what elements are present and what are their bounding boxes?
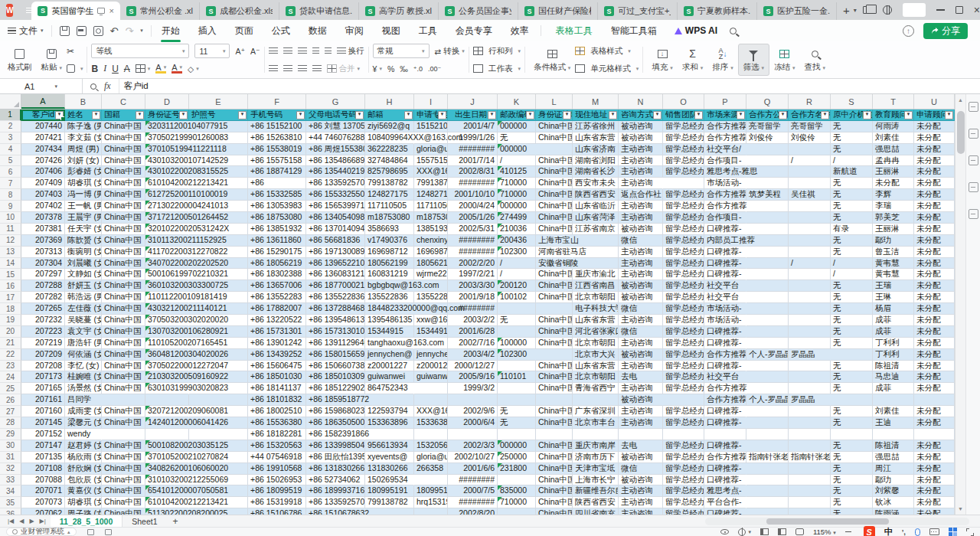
justify-icon[interactable] — [312, 65, 322, 72]
cell[interactable]: 207313 — [21, 247, 65, 258]
header-cell[interactable]: 客户id▼ — [21, 109, 65, 121]
cell[interactable]: ######## — [448, 247, 498, 258]
cell[interactable]: +86 1354402198 — [306, 166, 365, 178]
cell[interactable]: 无 — [831, 178, 873, 189]
cell[interactable]: 无 — [831, 338, 873, 349]
cell[interactable]: / — [831, 155, 873, 167]
cell[interactable] — [448, 394, 498, 406]
cell[interactable] — [746, 178, 789, 189]
cell[interactable]: 710000 — [498, 189, 536, 201]
cell[interactable]: xyevents@ — [365, 452, 414, 463]
cell[interactable]: hrq153199 — [414, 497, 448, 508]
magnifier-icon[interactable] — [90, 83, 96, 90]
cell[interactable] — [746, 303, 789, 315]
cell[interactable]: +86 15536380 — [248, 417, 306, 429]
cell[interactable]: 李忆 (女) — [65, 361, 102, 372]
cell[interactable]: 135522836 — [414, 292, 448, 303]
column-header-N[interactable]: N — [619, 94, 663, 109]
cell[interactable] — [619, 429, 663, 440]
cell[interactable]: China中国 — [536, 406, 573, 417]
filter-dropdown-icon[interactable]: ▼ — [136, 111, 144, 119]
cell[interactable]: China中国 — [102, 440, 145, 452]
cell[interactable]: 刘俊伶 — [789, 132, 831, 144]
cell[interactable] — [873, 394, 914, 406]
cell[interactable]: 430102200208315525 — [145, 166, 189, 178]
cell[interactable]: +86 1372884680 — [306, 303, 365, 315]
cell[interactable] — [498, 394, 536, 406]
strikethrough-button[interactable]: A — [124, 64, 130, 74]
cell[interactable]: China中国 — [102, 178, 145, 189]
cell[interactable]: 207223 — [21, 326, 65, 338]
cell[interactable] — [365, 508, 414, 515]
cell[interactable]: 无 — [498, 315, 536, 326]
cell[interactable]: +86 13657006 — [248, 280, 306, 292]
menu-item-页面[interactable]: 页面 — [234, 21, 254, 41]
cell[interactable]: China中国 — [102, 258, 145, 270]
cell[interactable]: +86 1573130101 — [306, 326, 365, 338]
header-cell[interactable]: 手机号码▼ — [248, 109, 306, 121]
cell[interactable]: China中国 — [102, 189, 145, 201]
column-header-F[interactable]: F — [248, 94, 306, 109]
cell[interactable] — [746, 280, 789, 292]
cell[interactable]: 未分配 — [914, 292, 955, 303]
cell[interactable]: +86 15538019 — [248, 144, 306, 155]
cell[interactable]: 710000 — [498, 497, 536, 508]
cell[interactable]: 2002/8/31 — [448, 166, 498, 178]
sogou-ime-icon[interactable]: S — [864, 526, 875, 536]
cell[interactable]: 207381 — [21, 224, 65, 235]
cell[interactable]: 210303200509160922 — [145, 371, 189, 383]
cell[interactable]: ######## — [448, 178, 498, 189]
cell[interactable]: 未分配 — [914, 452, 955, 463]
cell[interactable] — [746, 224, 789, 235]
cell[interactable]: 124827175 — [365, 189, 414, 201]
cell[interactable]: chenxinyur — [414, 235, 448, 247]
cell[interactable]: +86 1360831219 — [306, 269, 365, 280]
close-tab-icon[interactable]: × — [109, 6, 113, 15]
row-header-3[interactable]: 3 — [0, 132, 21, 144]
cell[interactable]: +44 7460762888 — [306, 132, 365, 144]
cell[interactable]: 000000 — [498, 144, 536, 155]
cell[interactable]: 无 — [498, 417, 536, 429]
cell[interactable]: 无 — [831, 235, 873, 247]
cell[interactable]: 指南针张老师 — [789, 452, 831, 463]
menu-item-插入[interactable]: 插入 — [198, 21, 217, 41]
cell[interactable]: 210036 — [498, 224, 536, 235]
cell[interactable]: 207073 — [21, 497, 65, 508]
file-menu[interactable]: 文件▾ — [8, 25, 44, 38]
cell[interactable]: 留学总经办 — [663, 361, 704, 372]
eye-icon[interactable] — [720, 529, 729, 534]
filter-dropdown-icon[interactable]: ▼ — [404, 111, 413, 119]
cell[interactable]: 上海市宝山 — [536, 235, 573, 247]
highlight-color-button[interactable]: A▾ — [155, 64, 166, 74]
ime-punctuation-icon[interactable]: ’, — [902, 528, 906, 536]
cell[interactable]: +86 刘慧 1370526 — [306, 121, 365, 132]
cell[interactable]: 无 — [831, 383, 873, 394]
share-button[interactable]: 分享 — [923, 23, 968, 39]
cell[interactable]: 200120 — [498, 280, 536, 292]
last-sheet-icon[interactable]: ▶| — [40, 518, 46, 525]
cell[interactable] — [536, 429, 573, 440]
cell[interactable]: 2001/9/18 — [448, 292, 498, 303]
cell[interactable]: 207403 — [21, 189, 65, 201]
column-header-H[interactable]: H — [365, 94, 414, 109]
cell[interactable]: +86 15026953 — [248, 475, 306, 486]
cell[interactable]: z20001227 — [414, 361, 448, 372]
cell[interactable]: 山东省东营 — [573, 361, 619, 372]
cell[interactable]: 周煜 (男) — [65, 144, 102, 155]
thousands-button[interactable]: ‰ — [400, 64, 408, 74]
cell[interactable]: 合作方推荐 — [704, 349, 746, 361]
cell[interactable]: 2002/8/20 — [448, 508, 498, 515]
cell[interactable] — [746, 440, 789, 452]
cell[interactable]: 桂婉唯 (女 — [65, 371, 102, 383]
cell[interactable]: 612725200110100019 — [145, 189, 189, 201]
cell[interactable]: +86 1340540988 — [306, 212, 365, 224]
cell[interactable]: / — [831, 269, 873, 280]
header-cell[interactable]: 合作方名称▼ — [789, 109, 831, 121]
cell[interactable]: 曾玉洁 — [873, 247, 914, 258]
cell[interactable]: 口碑推荐- — [704, 338, 746, 349]
cell[interactable]: jennychen@ — [365, 349, 414, 361]
cell[interactable]: 310103200212255069 — [145, 475, 189, 486]
cell[interactable]: 王瑞 — [873, 280, 914, 292]
menu-item-公式[interactable]: 公式 — [271, 21, 291, 41]
close-button[interactable]: × — [974, 4, 980, 16]
